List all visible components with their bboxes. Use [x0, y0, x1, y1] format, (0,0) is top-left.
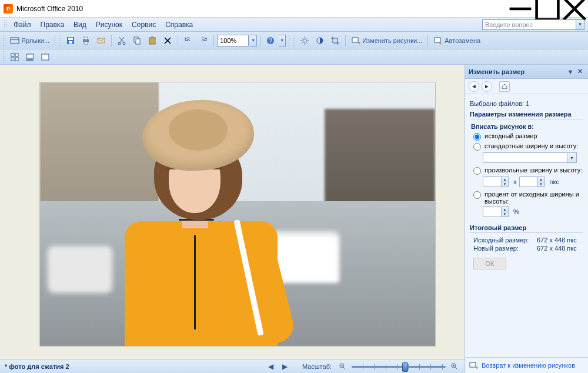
menu-view[interactable]: Вид	[69, 19, 91, 30]
save-button[interactable]	[64, 34, 78, 47]
radio-custom-size[interactable]	[473, 167, 481, 175]
panel-menu-button[interactable]: ▼	[566, 67, 575, 76]
minimize-button[interactable]	[507, 0, 534, 18]
window-title: Microsoft Office 2010	[16, 5, 507, 13]
new-size-value: 672 x 448 пкс	[537, 245, 577, 252]
ask-question-dropdown[interactable]: ▼	[576, 19, 584, 30]
custom-width-input[interactable]: ▲▼	[483, 176, 509, 187]
svg-rect-3	[68, 38, 73, 40]
titlebar: P Microsoft Office 2010	[0, 0, 588, 18]
toolbar-view	[0, 49, 588, 65]
prev-image-button[interactable]: ◀	[266, 361, 276, 372]
contrast-button[interactable]	[313, 34, 327, 47]
redo-button[interactable]	[196, 34, 211, 47]
menu-edit[interactable]: Правка	[36, 19, 69, 30]
copy-button[interactable]	[130, 34, 144, 47]
new-size-label: Новый размер:	[473, 245, 537, 252]
print-button[interactable]	[79, 34, 93, 47]
undo-button[interactable]	[181, 34, 195, 47]
edit-pictures-button[interactable]: Изменить рисунки...	[349, 34, 425, 47]
orig-size-value: 672 x 448 пкс	[537, 237, 577, 244]
custom-size-by: x	[511, 178, 517, 185]
toolbar-gripper-3[interactable]	[292, 34, 295, 47]
return-to-edit-link[interactable]: Возврат к изменению рисунков	[482, 362, 575, 369]
zoom-combo[interactable]: 100%	[217, 35, 249, 46]
single-icon	[41, 52, 50, 62]
ok-button[interactable]: ОК	[473, 258, 506, 269]
menu-picture[interactable]: Рисунок	[91, 19, 127, 30]
svg-rect-0	[537, 0, 559, 19]
panel-home-button[interactable]	[499, 81, 510, 92]
paste-icon	[148, 36, 157, 45]
contrast-icon	[315, 36, 325, 45]
menu-file[interactable]: Файл	[9, 19, 36, 30]
crop-icon	[330, 36, 340, 45]
svg-rect-32	[470, 362, 476, 367]
percent-unit: %	[511, 208, 519, 215]
delete-button[interactable]	[161, 34, 175, 47]
edit-pictures-icon	[351, 36, 360, 45]
svg-rect-22	[15, 54, 18, 56]
help-dropdown[interactable]: ▼	[279, 35, 286, 46]
svg-rect-25	[26, 54, 34, 58]
svg-rect-24	[15, 58, 18, 61]
brightness-button[interactable]	[298, 34, 312, 47]
zoom-slider[interactable]	[352, 362, 446, 371]
svg-rect-28	[31, 59, 33, 61]
view-single-button[interactable]	[38, 51, 52, 64]
redo-icon	[199, 36, 208, 45]
svg-rect-27	[29, 59, 31, 61]
panel-close-button[interactable]: ✕	[575, 67, 584, 76]
save-icon	[66, 36, 75, 45]
radio-standard-size-label: стандартные ширину и высоту:	[485, 142, 578, 149]
menu-help[interactable]: Справка	[161, 19, 198, 30]
scale-label: Масштаб:	[302, 363, 332, 370]
view-filmstrip-button[interactable]	[23, 51, 37, 64]
panel-footer: Возврат к изменению рисунков	[465, 357, 588, 373]
close-button[interactable]	[561, 0, 588, 18]
photo-placeholder	[40, 82, 435, 346]
current-filename: * фото для сжатия 2	[5, 363, 69, 370]
cut-icon	[117, 36, 126, 45]
canvas: * фото для сжатия 2 ◀ ▶ Масштаб:	[0, 65, 465, 373]
ask-question-input[interactable]: Введите вопрос	[482, 19, 576, 30]
custom-height-input[interactable]: ▲▼	[519, 176, 545, 187]
selected-files-count: 1	[526, 100, 529, 107]
toolbar-gripper-2[interactable]	[58, 34, 61, 47]
paste-button[interactable]	[145, 34, 159, 47]
radio-custom-size-label: произвольные ширину и высоту:	[485, 166, 582, 174]
svg-rect-6	[84, 37, 88, 39]
zoom-out-button[interactable]	[338, 361, 348, 372]
mail-button[interactable]	[94, 34, 108, 47]
svg-rect-26	[26, 59, 28, 61]
maximize-button[interactable]	[534, 0, 561, 18]
standard-size-combo[interactable]: ▼	[483, 152, 577, 163]
radio-original-size[interactable]	[473, 133, 481, 141]
zoom-in-button[interactable]	[449, 361, 460, 372]
cut-button[interactable]	[115, 34, 129, 47]
percent-input[interactable]: ▲▼	[483, 207, 509, 217]
next-image-button[interactable]: ▶	[280, 361, 290, 372]
help-button[interactable]: ?	[263, 34, 278, 47]
radio-percent-size[interactable]	[473, 191, 481, 199]
delete-icon	[163, 36, 172, 45]
menubar-gripper[interactable]	[4, 20, 6, 29]
radio-standard-size[interactable]	[473, 143, 481, 151]
panel-nav: ◄ ►	[465, 79, 588, 94]
zoom-slider-thumb[interactable]	[402, 362, 408, 372]
autocorrect-button[interactable]: Автозамена	[431, 34, 483, 47]
crop-button[interactable]	[328, 34, 342, 47]
toolbar-gripper-1[interactable]	[2, 34, 5, 47]
menu-service[interactable]: Сервис	[127, 19, 161, 30]
view-thumbnails-button[interactable]	[8, 51, 22, 64]
zoom-combo-dropdown[interactable]: ▼	[250, 35, 257, 46]
panel-back-button[interactable]: ◄	[469, 81, 479, 92]
image-frame[interactable]	[40, 82, 435, 346]
autocorrect-icon	[433, 36, 443, 45]
svg-rect-14	[151, 36, 153, 38]
svg-rect-29	[42, 54, 49, 60]
panel-forward-button[interactable]: ►	[482, 81, 492, 92]
home-icon	[502, 84, 507, 89]
shortcuts-button[interactable]: Ярлыки...	[8, 34, 52, 47]
toolbar-gripper-4[interactable]	[2, 51, 5, 64]
